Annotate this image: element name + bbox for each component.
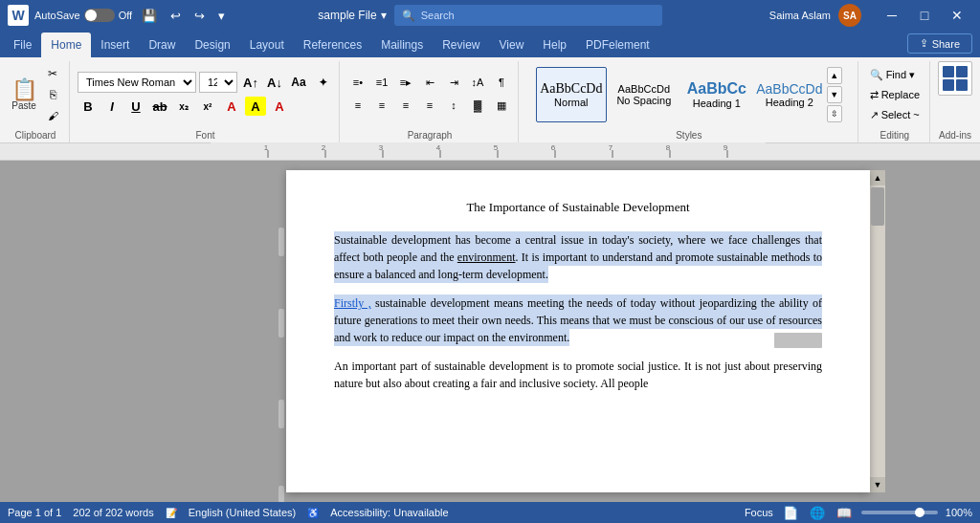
scroll-track <box>870 185 885 477</box>
tab-home[interactable]: Home <box>41 33 91 57</box>
minimize-btn[interactable]: ─ <box>877 0 907 31</box>
read-view-btn[interactable]: 📖 <box>835 504 854 522</box>
style-nospacing-label: No Spacing <box>616 95 671 106</box>
maximize-btn[interactable]: □ <box>909 0 940 31</box>
para-row1: ≡• ≡1 ≡▸ ⇤ ⇥ ↕A ¶ <box>347 73 512 92</box>
line-spacing-btn[interactable]: ↕ <box>443 96 464 115</box>
left-handle-3 <box>278 400 284 428</box>
tab-references[interactable]: References <box>294 33 371 57</box>
user-avatar[interactable]: SA <box>838 4 861 27</box>
tab-pdfelement[interactable]: PDFelement <box>576 33 659 57</box>
status-bar: Page 1 of 1 202 of 202 words 📝 English (… <box>0 502 980 523</box>
shading-btn[interactable]: A <box>269 97 290 116</box>
tab-help[interactable]: Help <box>533 33 576 57</box>
track-changes-icon: 📝 <box>166 508 177 518</box>
tab-file[interactable]: File <box>4 33 41 57</box>
superscript-btn[interactable]: x² <box>197 97 218 116</box>
doc-para3[interactable]: An important part of sustainable develop… <box>334 358 822 392</box>
tab-layout[interactable]: Layout <box>240 33 294 57</box>
highlight-btn[interactable]: A <box>245 97 266 116</box>
bullets-btn[interactable]: ≡• <box>347 73 368 92</box>
justify-btn[interactable]: ≡ <box>419 96 440 115</box>
show-marks-btn[interactable]: ¶ <box>491 73 512 92</box>
svg-rect-0 <box>211 142 766 160</box>
styles-scroll-down[interactable]: ▼ <box>827 86 842 103</box>
styles-scroll-up[interactable]: ▲ <box>827 67 842 84</box>
copy-btn[interactable]: ⎘ <box>42 85 63 104</box>
font-label: Font <box>195 128 214 142</box>
underline-btn[interactable]: U <box>125 97 146 116</box>
paste-icon: 📋 <box>11 79 37 100</box>
undo-btn[interactable]: ↩ <box>167 7 185 25</box>
redo-btn[interactable]: ↪ <box>190 7 209 25</box>
tab-mailings[interactable]: Mailings <box>371 33 433 57</box>
tab-draw[interactable]: Draw <box>139 33 185 57</box>
style-nospacing[interactable]: AaBbCcDd No Spacing <box>609 67 679 122</box>
decrease-indent-btn[interactable]: ⇤ <box>419 73 440 92</box>
language[interactable]: English (United States) <box>189 507 297 518</box>
font-family-select[interactable]: Times New Roman <box>78 72 196 93</box>
addins-group: Add-ins <box>932 61 978 142</box>
styles-expand[interactable]: ⇳ <box>827 105 842 122</box>
paste-btn[interactable]: 📋 Paste <box>8 70 40 120</box>
style-normal[interactable]: AaBbCcDd Normal <box>536 67 607 122</box>
select-btn[interactable]: ↗ Select ~ <box>866 107 924 123</box>
italic-btn[interactable]: I <box>101 97 122 116</box>
customize-quick-btn[interactable]: ▾ <box>214 7 229 25</box>
grow-font-btn[interactable]: A↑ <box>240 73 261 92</box>
shrink-font-btn[interactable]: A↓ <box>264 73 285 92</box>
strikethrough-btn[interactable]: ab <box>149 97 170 116</box>
addins-icon[interactable] <box>938 61 972 96</box>
tab-design[interactable]: Design <box>185 33 239 57</box>
scroll-thumb[interactable] <box>871 187 884 226</box>
para-controls: ≡• ≡1 ≡▸ ⇤ ⇥ ↕A ¶ ≡ ≡ ≡ ≡ ↕ ▓ ▦ <box>347 61 512 128</box>
font-size-select[interactable]: 12 <box>199 72 237 93</box>
align-right-btn[interactable]: ≡ <box>395 96 416 115</box>
shading-para-btn[interactable]: ▓ <box>467 96 488 115</box>
accessibility-label: Accessibility: Unavailable <box>330 507 449 518</box>
zoom-thumb <box>915 508 924 517</box>
search-bar[interactable]: 🔍 Search <box>394 5 662 26</box>
share-button[interactable]: ⇪ Share <box>907 33 972 54</box>
clear-format-btn[interactable]: ✦ <box>312 73 333 92</box>
tab-insert[interactable]: Insert <box>91 33 139 57</box>
doc-para1[interactable]: Sustainable development has become a cen… <box>334 231 822 283</box>
increase-indent-btn[interactable]: ⇥ <box>443 73 464 92</box>
save-quick-btn[interactable]: 💾 <box>138 7 161 25</box>
focus-label[interactable]: Focus <box>745 507 773 518</box>
align-left-btn[interactable]: ≡ <box>347 96 368 115</box>
find-btn[interactable]: 🔍 Find ▾ <box>866 67 924 83</box>
doc-para2[interactable]: Firstly , sustainable development means … <box>334 294 822 346</box>
editing-group: 🔍 Find ▾ ⇄ Replace ↗ Select ~ Editing <box>860 61 930 142</box>
zoom-slider[interactable] <box>861 511 938 514</box>
bold-btn[interactable]: B <box>78 97 99 116</box>
print-view-btn[interactable]: 📄 <box>781 504 800 522</box>
web-view-btn[interactable]: 🌐 <box>808 504 827 522</box>
style-heading1[interactable]: AaBbCc Heading 1 <box>681 67 752 122</box>
styles-area: AaBbCcDd Normal AaBbCcDd No Spacing AaBb… <box>536 61 842 128</box>
change-case-btn[interactable]: Aa <box>288 73 309 92</box>
cut-copy-btns: ✂ ⎘ 🖌 <box>42 64 63 125</box>
autosave-toggle[interactable] <box>84 9 115 22</box>
find-icon: 🔍 <box>870 69 883 81</box>
styles-scrollbar: ▲ ▼ ⇳ <box>827 67 842 122</box>
select-label: Select ~ <box>881 109 920 120</box>
multilevel-btn[interactable]: ≡▸ <box>395 73 416 92</box>
styles-group: AaBbCcDd Normal AaBbCcDd No Spacing AaBb… <box>521 61 858 142</box>
subscript-btn[interactable]: x₂ <box>173 97 194 116</box>
sort-btn[interactable]: ↕A <box>467 73 488 92</box>
tab-view[interactable]: View <box>490 33 534 57</box>
font-color-btn[interactable]: A <box>221 97 242 116</box>
numbering-btn[interactable]: ≡1 <box>371 73 392 92</box>
scroll-down-btn[interactable]: ▼ <box>870 477 885 492</box>
tab-review[interactable]: Review <box>433 33 489 57</box>
close-btn[interactable]: ✕ <box>942 0 972 31</box>
vertical-scrollbar[interactable]: ▲ ▼ <box>870 170 885 492</box>
cut-btn[interactable]: ✂ <box>42 64 63 83</box>
replace-btn[interactable]: ⇄ Replace <box>866 87 924 103</box>
scroll-up-btn[interactable]: ▲ <box>870 170 885 185</box>
format-painter-btn[interactable]: 🖌 <box>42 106 63 125</box>
style-heading2[interactable]: AaBbCcDd Heading 2 <box>754 67 825 122</box>
borders-btn[interactable]: ▦ <box>491 96 512 115</box>
align-center-btn[interactable]: ≡ <box>371 96 392 115</box>
